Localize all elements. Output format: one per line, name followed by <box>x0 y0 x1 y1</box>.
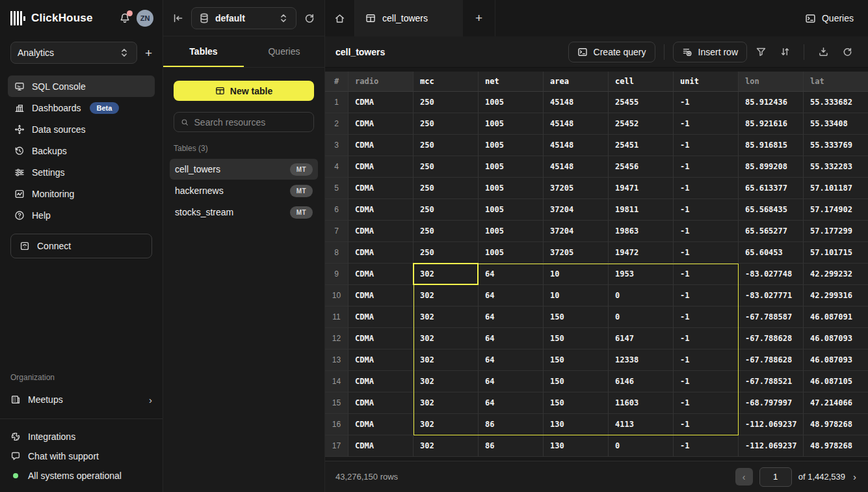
collapse-panel-icon[interactable] <box>172 12 184 24</box>
cell-area[interactable]: 150 <box>544 371 609 392</box>
cell-mcc[interactable]: 250 <box>414 221 479 242</box>
cell-lon[interactable]: -67.788521 <box>739 371 804 392</box>
database-select[interactable]: default <box>191 7 296 29</box>
notifications-bell-icon[interactable] <box>119 12 131 24</box>
row-number[interactable]: 15 <box>325 392 349 414</box>
prev-page-button[interactable]: ‹ <box>735 468 753 485</box>
cell-net[interactable]: 1005 <box>479 242 544 264</box>
tab-queries[interactable]: Queries <box>244 36 324 67</box>
avatar[interactable]: ZN <box>137 10 153 27</box>
cell-radio[interactable]: CDMA <box>349 135 414 156</box>
cell-radio[interactable]: CDMA <box>349 199 414 221</box>
row-number[interactable]: 14 <box>325 371 349 392</box>
cell-radio[interactable]: CDMA <box>349 435 414 457</box>
cell-net[interactable]: 64 <box>479 285 544 307</box>
cell-mcc[interactable]: 302 <box>414 349 479 371</box>
row-number[interactable]: 8 <box>325 242 349 264</box>
tab-cell-towers[interactable]: cell_towers <box>355 0 463 36</box>
cell-mcc[interactable]: 302 <box>414 264 479 285</box>
cell-unit[interactable]: -1 <box>674 113 739 135</box>
cell-area[interactable]: 45148 <box>544 135 609 156</box>
cell-radio[interactable]: CDMA <box>349 414 414 435</box>
cell-mcc[interactable]: 302 <box>414 392 479 414</box>
cell-lon[interactable]: -67.788628 <box>739 328 804 349</box>
cell-lon[interactable]: 85.899208 <box>739 156 804 178</box>
sidebar-item-data-sources[interactable]: Data sources <box>8 118 155 140</box>
cell-lat[interactable]: 57.177299 <box>804 221 868 242</box>
cell-unit[interactable]: -1 <box>674 392 739 414</box>
sidebar-item-meetups[interactable]: Meetups › <box>0 389 163 411</box>
next-page-button[interactable]: › <box>852 471 858 482</box>
sidebar-item-help[interactable]: Help <box>8 204 155 226</box>
row-number[interactable]: 11 <box>325 307 349 328</box>
cell-lat[interactable]: 57.174902 <box>804 199 868 221</box>
queries-link[interactable]: Queries <box>791 0 868 36</box>
cell-radio[interactable]: CDMA <box>349 221 414 242</box>
cell-lat[interactable]: 46.087093 <box>804 349 868 371</box>
row-number[interactable]: 10 <box>325 285 349 307</box>
cell-mcc[interactable]: 302 <box>414 435 479 457</box>
cell-net[interactable]: 64 <box>479 264 544 285</box>
cell-unit[interactable]: -1 <box>674 199 739 221</box>
cell-area[interactable]: 150 <box>544 307 609 328</box>
cell-lat[interactable]: 55.332283 <box>804 156 868 178</box>
cell-lat[interactable]: 42.299316 <box>804 285 868 307</box>
cell-mcc[interactable]: 250 <box>414 242 479 264</box>
cell-unit[interactable]: -1 <box>674 414 739 435</box>
page-number-input[interactable] <box>759 467 792 487</box>
cell-net[interactable]: 1005 <box>479 178 544 199</box>
cell-net[interactable]: 1005 <box>479 156 544 178</box>
cell-mcc[interactable]: 302 <box>414 414 479 435</box>
cell-lat[interactable]: 42.299232 <box>804 264 868 285</box>
row-number[interactable]: 7 <box>325 221 349 242</box>
cell-cell[interactable]: 25451 <box>609 135 674 156</box>
sidebar-item-dashboards[interactable]: Dashboards Beta <box>8 97 155 118</box>
cell-cell[interactable]: 6146 <box>609 371 674 392</box>
cell-unit[interactable]: -1 <box>674 307 739 328</box>
cell-lon[interactable]: 65.613377 <box>739 178 804 199</box>
cell-area[interactable]: 150 <box>544 392 609 414</box>
cell-net[interactable]: 64 <box>479 349 544 371</box>
cell-unit[interactable]: -1 <box>674 242 739 264</box>
new-table-button[interactable]: New table <box>174 81 314 101</box>
cell-cell[interactable]: 12338 <box>609 349 674 371</box>
cell-unit[interactable]: -1 <box>674 285 739 307</box>
cell-radio[interactable]: CDMA <box>349 307 414 328</box>
cell-area[interactable]: 150 <box>544 349 609 371</box>
table-item-hackernews[interactable]: hackernews MT <box>170 180 318 201</box>
row-number[interactable]: 5 <box>325 178 349 199</box>
row-number[interactable]: 16 <box>325 414 349 435</box>
cell-unit[interactable]: -1 <box>674 371 739 392</box>
cell-lon[interactable]: -83.027771 <box>739 285 804 307</box>
column-header-lat[interactable]: lat <box>804 72 868 92</box>
add-workspace-button[interactable]: + <box>145 47 152 59</box>
sort-button[interactable] <box>774 42 795 62</box>
cell-radio[interactable]: CDMA <box>349 92 414 113</box>
cell-radio[interactable]: CDMA <box>349 328 414 349</box>
home-button[interactable] <box>325 0 355 36</box>
cell-radio[interactable]: CDMA <box>349 178 414 199</box>
search-input[interactable] <box>194 117 307 128</box>
cell-lat[interactable]: 46.087093 <box>804 328 868 349</box>
cell-lon[interactable]: 85.912436 <box>739 92 804 113</box>
cell-mcc[interactable]: 250 <box>414 92 479 113</box>
connect-button[interactable]: Connect <box>10 234 152 258</box>
cell-cell[interactable]: 0 <box>609 285 674 307</box>
cell-radio[interactable]: CDMA <box>349 349 414 371</box>
cell-unit[interactable]: -1 <box>674 349 739 371</box>
cell-mcc[interactable]: 302 <box>414 371 479 392</box>
cell-area[interactable]: 45148 <box>544 92 609 113</box>
cell-lat[interactable]: 46.087105 <box>804 371 868 392</box>
cell-mcc[interactable]: 250 <box>414 178 479 199</box>
cell-cell[interactable]: 25455 <box>609 92 674 113</box>
cell-cell[interactable]: 25452 <box>609 113 674 135</box>
cell-lon[interactable]: 65.565277 <box>739 221 804 242</box>
tab-tables[interactable]: Tables <box>163 36 244 67</box>
cell-lat[interactable]: 55.33408 <box>804 113 868 135</box>
cell-lon[interactable]: 65.568435 <box>739 199 804 221</box>
cell-area[interactable]: 150 <box>544 328 609 349</box>
column-header-radio[interactable]: radio <box>349 72 414 92</box>
cell-lon[interactable]: -112.069237 <box>739 414 804 435</box>
cell-unit[interactable]: -1 <box>674 328 739 349</box>
cell-mcc[interactable]: 302 <box>414 328 479 349</box>
